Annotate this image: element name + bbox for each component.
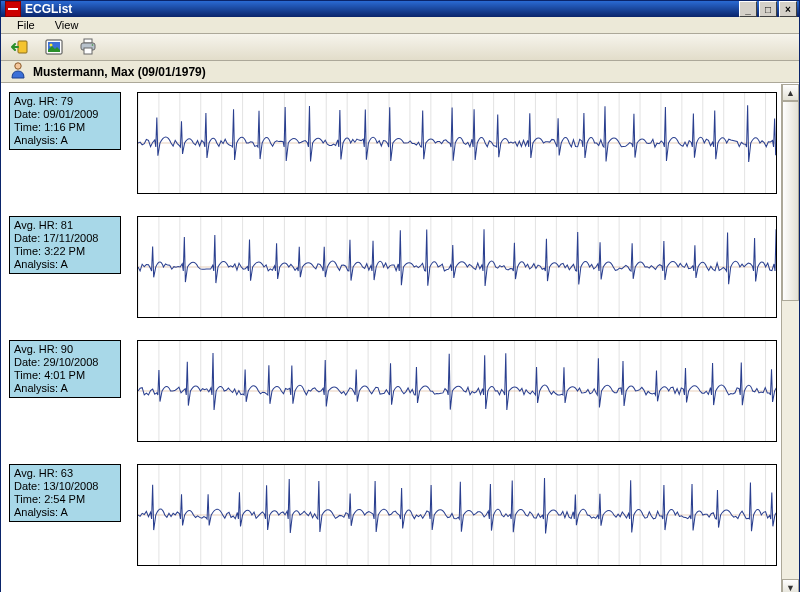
app-icon: [5, 1, 21, 17]
svg-rect-6: [84, 48, 92, 54]
ecg-record: Avg. HR: 90Date: 29/10/2008Time: 4:01 PM…: [9, 340, 777, 442]
titlebar: ECGList _ □ ×: [1, 1, 799, 17]
menu-view[interactable]: View: [45, 17, 89, 33]
record-analysis: Analysis: A: [14, 258, 116, 271]
window-title: ECGList: [25, 2, 72, 16]
records-list: Avg. HR: 79Date: 09/01/2009Time: 1:16 PM…: [1, 84, 781, 592]
record-date: Date: 17/11/2008: [14, 232, 116, 245]
record-info-box[interactable]: Avg. HR: 63Date: 13/10/2008Time: 2:54 PM…: [9, 464, 121, 522]
ecg-record: Avg. HR: 79Date: 09/01/2009Time: 1:16 PM…: [9, 92, 777, 194]
patient-label: Mustermann, Max (09/01/1979): [33, 65, 206, 79]
ecg-record: Avg. HR: 63Date: 13/10/2008Time: 2:54 PM…: [9, 464, 777, 566]
menu-file[interactable]: File: [7, 17, 45, 33]
toolbar: [1, 34, 799, 61]
ecg-svg: [138, 217, 776, 317]
vertical-scrollbar[interactable]: ▲ ▼: [781, 84, 799, 592]
record-time: Time: 3:22 PM: [14, 245, 116, 258]
person-icon: [9, 61, 27, 82]
scroll-track[interactable]: [782, 101, 799, 579]
view-image-button[interactable]: [41, 34, 67, 60]
record-info-box[interactable]: Avg. HR: 90Date: 29/10/2008Time: 4:01 PM…: [9, 340, 121, 398]
print-button[interactable]: [75, 34, 101, 60]
ecg-waveform-box[interactable]: [137, 216, 777, 318]
record-hr: Avg. HR: 81: [14, 219, 116, 232]
back-arrow-icon: [11, 38, 29, 56]
ecg-waveform-box[interactable]: [137, 340, 777, 442]
printer-icon: [79, 38, 97, 56]
record-date: Date: 09/01/2009: [14, 108, 116, 121]
minimize-button[interactable]: _: [739, 1, 757, 17]
record-analysis: Analysis: A: [14, 506, 116, 519]
close-button[interactable]: ×: [779, 1, 797, 17]
ecg-svg: [138, 341, 776, 441]
ecg-svg: [138, 93, 776, 193]
scroll-up-button[interactable]: ▲: [782, 84, 799, 101]
scroll-thumb[interactable]: [782, 101, 799, 301]
ecg-waveform-box[interactable]: [137, 92, 777, 194]
patient-bar: Mustermann, Max (09/01/1979): [1, 61, 799, 83]
record-hr: Avg. HR: 90: [14, 343, 116, 356]
record-info-box[interactable]: Avg. HR: 79Date: 09/01/2009Time: 1:16 PM…: [9, 92, 121, 150]
record-hr: Avg. HR: 79: [14, 95, 116, 108]
record-analysis: Analysis: A: [14, 134, 116, 147]
ecg-record: Avg. HR: 81Date: 17/11/2008Time: 3:22 PM…: [9, 216, 777, 318]
ecg-waveform-box[interactable]: [137, 464, 777, 566]
record-date: Date: 13/10/2008: [14, 480, 116, 493]
svg-rect-0: [18, 41, 27, 53]
content-area: Avg. HR: 79Date: 09/01/2009Time: 1:16 PM…: [1, 83, 799, 592]
app-window: ECGList _ □ × File View: [0, 0, 800, 592]
back-button[interactable]: [7, 34, 33, 60]
record-time: Time: 2:54 PM: [14, 493, 116, 506]
svg-point-7: [92, 44, 94, 46]
record-time: Time: 4:01 PM: [14, 369, 116, 382]
record-hr: Avg. HR: 63: [14, 467, 116, 480]
record-analysis: Analysis: A: [14, 382, 116, 395]
svg-rect-4: [84, 39, 92, 43]
menubar: File View: [1, 17, 799, 34]
scroll-down-button[interactable]: ▼: [782, 579, 799, 592]
record-info-box[interactable]: Avg. HR: 81Date: 17/11/2008Time: 3:22 PM…: [9, 216, 121, 274]
record-time: Time: 1:16 PM: [14, 121, 116, 134]
maximize-button[interactable]: □: [759, 1, 777, 17]
ecg-svg: [138, 465, 776, 565]
svg-point-8: [15, 63, 21, 69]
scroll-pane: Avg. HR: 79Date: 09/01/2009Time: 1:16 PM…: [1, 84, 781, 592]
record-date: Date: 29/10/2008: [14, 356, 116, 369]
picture-icon: [45, 38, 63, 56]
